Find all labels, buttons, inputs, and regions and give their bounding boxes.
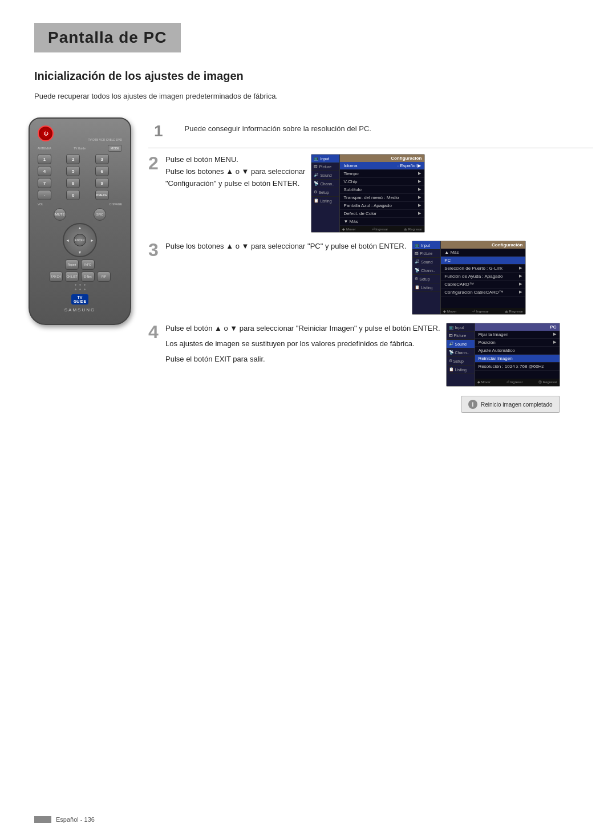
step-4-text2: Los ajustes de imagen se sustituyen por … bbox=[165, 338, 440, 350]
footer-back-3: ⑪ Regresar bbox=[538, 380, 557, 385]
btn-3[interactable]: 3 bbox=[95, 154, 109, 164]
sound-icon: 🔊 bbox=[314, 173, 319, 177]
menu-transpar-label: Transpar. del menú : Medio bbox=[343, 195, 399, 200]
footer-back-1: ⏏ Regresar bbox=[404, 227, 422, 231]
dot-3 bbox=[83, 283, 86, 286]
footer-nav-2: ◆ Mover bbox=[443, 309, 456, 313]
remote-container: ⏻ TV DTB VCR CABLE DVD ANTENNA TV Guide … bbox=[23, 117, 137, 421]
sidebar-sound: 🔊 Sound bbox=[311, 171, 339, 180]
picture2-icon: 🖼 bbox=[415, 251, 419, 255]
footer-nav-3: ◆ Mover bbox=[477, 380, 491, 385]
chlist-button[interactable]: CH.LIST bbox=[65, 271, 79, 282]
chpage-label: CH/PAGE bbox=[110, 202, 122, 206]
menu2-cable-arrow: ▶ bbox=[519, 282, 522, 287]
btn-0[interactable]: 0 bbox=[66, 190, 80, 200]
step-2-screen: 📺 Input 🖼 Picture 🔊 Sound bbox=[311, 154, 425, 233]
footer-nav-1: ◆ Mover bbox=[342, 227, 355, 231]
menu2-cable: CableCARD™ ▶ bbox=[441, 281, 525, 289]
sidebar2-channel: 📡 Chann.. bbox=[412, 266, 440, 275]
remote-dots-row2 bbox=[38, 288, 122, 291]
sidebar3-picture-label: Picture bbox=[454, 334, 467, 338]
sound2-icon: 🔊 bbox=[415, 259, 420, 264]
footer-enter-2: ⏎ Ingresar bbox=[472, 309, 489, 313]
remote: ⏻ TV DTB VCR CABLE DVD ANTENNA TV Guide … bbox=[29, 117, 131, 325]
btn-4[interactable]: 4 bbox=[38, 166, 51, 176]
step-1-block: 1 Puede conseguir información sobre la r… bbox=[148, 117, 593, 148]
step-2-content: Pulse el botón MENU. Pulse los botones ▲… bbox=[165, 154, 305, 189]
source-button[interactable]: SRC bbox=[94, 208, 106, 221]
menu2-pc: PC bbox=[441, 257, 525, 265]
btn-5[interactable]: 5 bbox=[66, 166, 80, 176]
dnet-button[interactable]: D-Net bbox=[81, 271, 95, 282]
btn-7[interactable]: 7 bbox=[38, 178, 51, 188]
bottom-row: FAV.CH CH.LIST D-Net PIP bbox=[38, 271, 122, 282]
section-title: Inicialización de los ajustes de imagen bbox=[34, 70, 582, 83]
menu-tiempo-label: Tiempo bbox=[343, 171, 358, 176]
tv-footer-3: ◆ Mover ⏎ Ingresar ⑪ Regresar bbox=[475, 379, 560, 386]
menu3-ajuste: Ajuste Automático bbox=[475, 347, 560, 355]
sidebar2-input: 📺 Input bbox=[412, 241, 440, 250]
nav-left-icon[interactable]: ◄ bbox=[66, 238, 70, 242]
nav-up-icon[interactable]: ▲ bbox=[78, 226, 82, 230]
menu-pantalla: Pantalla Azul : Apagado ▶ bbox=[340, 202, 424, 210]
step-2-text2: Pulse los botones ▲ o ▼ para seleccionar bbox=[165, 166, 305, 178]
dot-5 bbox=[79, 288, 82, 291]
sidebar-input-label: Input bbox=[320, 157, 329, 161]
listings3-icon: 📋 bbox=[449, 367, 454, 372]
menu3-res: Resolución : 1024 x 768 @60Hz bbox=[475, 363, 560, 371]
pip-button[interactable]: PIP bbox=[97, 271, 111, 282]
vol-chpage-row: VOL CH/PAGE bbox=[38, 202, 122, 206]
power-button[interactable]: ⏻ bbox=[38, 125, 54, 141]
step-4-text3: Pulse el botón EXIT para salir. bbox=[165, 354, 440, 366]
step-3-block: 3 Pulse los botones ▲ o ▼ para seleccion… bbox=[148, 241, 593, 315]
tv-layout-2: 📺 Input 🖼 Picture 🔊 Sound bbox=[412, 241, 525, 314]
listings2-icon: 📋 bbox=[415, 285, 420, 290]
nav-right-icon[interactable]: ► bbox=[90, 238, 94, 242]
mode-button[interactable]: MODE bbox=[108, 145, 122, 152]
samsung-label: SAMSUNG bbox=[38, 307, 122, 313]
listings-icon: 📋 bbox=[314, 198, 319, 203]
sidebar2-listings: 📋 Listing bbox=[412, 283, 440, 292]
numpad: 1 2 3 4 5 6 7 8 9 - 0 PRE-CH bbox=[38, 154, 122, 200]
step-3-left: 3 Pulse los botones ▲ o ▼ para seleccion… bbox=[148, 241, 406, 259]
navigation-pad[interactable]: ▲ ▼ ◄ ► ENTER bbox=[63, 223, 97, 257]
menu3-pos-arrow: ▶ bbox=[553, 340, 556, 345]
sidebar3-listings-label: Listing bbox=[455, 368, 467, 372]
btn-6[interactable]: 6 bbox=[95, 166, 109, 176]
favch-button[interactable]: FAV.CH bbox=[49, 271, 63, 282]
remote-top: ⏻ TV DTB VCR CABLE DVD bbox=[38, 125, 122, 141]
btn-dash[interactable]: - bbox=[38, 190, 51, 200]
btn-2[interactable]: 2 bbox=[66, 154, 80, 164]
footer-bar: Español - 136 bbox=[34, 816, 95, 823]
sidebar-listings-label: Listing bbox=[320, 199, 331, 203]
dot-4 bbox=[74, 288, 77, 291]
channel3-icon: 📡 bbox=[449, 350, 454, 355]
menu-defect: Defect. de Color ▶ bbox=[340, 210, 424, 218]
mute-button[interactable]: MUTE bbox=[54, 208, 66, 221]
sidebar2-channel-label: Chann.. bbox=[421, 269, 435, 273]
btn-prech[interactable]: PRE-CH bbox=[95, 190, 109, 200]
btn-8[interactable]: 8 bbox=[66, 178, 80, 188]
enter-button[interactable]: ENTER bbox=[74, 234, 86, 246]
nav-down-icon[interactable]: ▼ bbox=[78, 250, 82, 254]
sidebar2-input-label: Input bbox=[421, 244, 430, 247]
tv-screen-2: 📺 Input 🖼 Picture 🔊 Sound bbox=[412, 241, 526, 315]
info-button[interactable]: INFO bbox=[81, 259, 95, 270]
menu2-config-label: Configuración CableCARD™ bbox=[444, 290, 503, 295]
tv-sidebar-1: 📺 Input 🖼 Picture 🔊 Sound bbox=[311, 155, 340, 232]
sidebar-channel-label: Chann.. bbox=[320, 182, 334, 186]
input-labels: TV DTB VCR CABLE DVD bbox=[88, 138, 122, 141]
step-2-block: 2 Pulse el botón MENU. Pulse los botones… bbox=[148, 154, 593, 233]
tv-screen3-header: PC bbox=[475, 323, 560, 331]
tv-screen2-header: Configuración bbox=[441, 241, 525, 249]
tv-layout-1: 📺 Input 🖼 Picture 🔊 Sound bbox=[311, 155, 424, 232]
sidebar3-listings: 📋 Listing bbox=[447, 366, 475, 374]
step-3-screen: 📺 Input 🖼 Picture 🔊 Sound bbox=[412, 241, 526, 315]
setup-icon: ⚙ bbox=[314, 190, 317, 194]
notification-text: Reinicio imagen completado bbox=[481, 401, 553, 408]
btn-1[interactable]: 1 bbox=[38, 154, 51, 164]
step-2-left: 2 Pulse el botón MENU. Pulse los botones… bbox=[148, 154, 305, 189]
return-button[interactable]: Repert bbox=[65, 259, 79, 270]
menu-defect-arrow: ▶ bbox=[418, 211, 421, 216]
btn-9[interactable]: 9 bbox=[95, 178, 109, 188]
